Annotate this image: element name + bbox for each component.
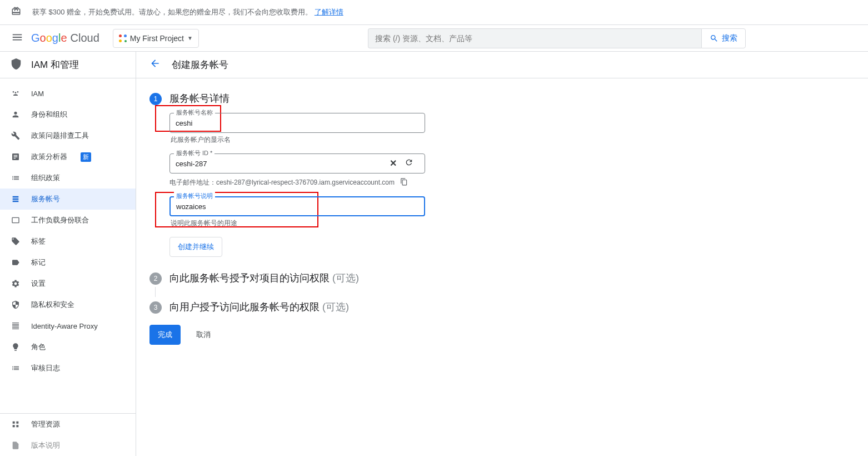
step-connector [155, 287, 156, 297]
desc-helper: 说明此服务帐号的用途 [171, 219, 461, 228]
desc-field-wrapper: 服务帐号说明 [169, 196, 461, 216]
service-account-icon [10, 195, 21, 204]
google-cloud-logo[interactable]: Google Cloud [31, 32, 99, 44]
step-3-number: 3 [149, 301, 162, 314]
sidebar-item-audit-logs[interactable]: 审核日志 [0, 358, 136, 379]
hamburger-icon[interactable] [11, 31, 23, 45]
step-3-header[interactable]: 3 向用户授予访问此服务帐号的权限 (可选) [149, 300, 461, 314]
search-icon [710, 34, 719, 43]
step-1-number: 1 [149, 93, 162, 105]
wrench-icon [10, 131, 21, 140]
audit-icon [10, 364, 21, 373]
id-field-label: 服务帐号 ID * [174, 149, 214, 157]
refresh-icon[interactable] [405, 158, 413, 169]
badge-new: 新 [81, 152, 91, 162]
tag-icon [10, 258, 21, 267]
sidebar-item-service-accounts[interactable]: 服务帐号 [0, 189, 136, 210]
promo-bar: 获享 $300 赠金，开始免费试用。请放心，如果您的赠金用尽，我们不会向您收取费… [0, 0, 868, 25]
name-field-label: 服务帐号名称 [174, 108, 215, 117]
sidebar-header: IAM 和管理 [0, 52, 136, 78]
workload-icon [10, 216, 21, 225]
sidebar-item-roles[interactable]: 角色 [0, 336, 136, 358]
page-header: 创建服务帐号 [136, 52, 868, 78]
search-input[interactable] [375, 34, 695, 43]
roles-icon [10, 343, 21, 351]
release-notes-icon [10, 441, 21, 450]
sidebar-title: IAM 和管理 [31, 58, 79, 71]
sidebar-item-iam[interactable]: IAM [0, 83, 136, 104]
policy-analyzer-icon [10, 152, 21, 161]
chevron-down-icon: ▼ [187, 35, 193, 41]
name-helper: 此服务帐户的显示名 [171, 135, 461, 145]
sidebar-item-org-policy[interactable]: 组织政策 [0, 167, 136, 189]
project-picker[interactable]: My First Project ▼ [113, 29, 199, 48]
search-button[interactable]: 搜索 [701, 28, 746, 48]
search-box[interactable] [368, 28, 701, 48]
sidebar-item-privacy[interactable]: 隐私权和安全 [0, 294, 136, 315]
sidebar-item-settings[interactable]: 设置 [0, 273, 136, 294]
id-field-wrapper: 服务帐号 ID * ✕ [169, 153, 461, 174]
step-2-number: 2 [149, 272, 162, 285]
privacy-icon [10, 300, 21, 309]
sidebar-item-workload-identity[interactable]: 工作负载身份联合 [0, 210, 136, 231]
header: Google Cloud My First Project ▼ 搜索 [0, 25, 868, 52]
sidebar-item-iap[interactable]: Identity-Aware Proxy [0, 315, 136, 336]
sidebar-item-policy-analyzer[interactable]: 政策分析器新 [0, 146, 136, 167]
step-1-title: 服务帐号详情 [169, 92, 230, 105]
list-icon [10, 174, 21, 182]
promo-link[interactable]: 了解详情 [315, 8, 343, 16]
service-account-desc-input[interactable] [176, 202, 418, 211]
main-content: 创建服务帐号 1 服务帐号详情 服务帐号名称 [136, 52, 868, 456]
sidebar: IAM 和管理 IAM 身份和组织 政策问题排查工具 政策分析器新 组织政策 服… [0, 52, 136, 456]
sidebar-item-labels[interactable]: 标签 [0, 231, 136, 252]
copy-icon[interactable] [400, 178, 408, 187]
step-3-title: 向用户授予访问此服务帐号的权限 (可选) [169, 300, 349, 314]
gift-icon [11, 6, 21, 19]
person-icon [10, 110, 21, 119]
email-row: 电子邮件地址：ceshi-287@lyrical-respect-376709.… [169, 178, 461, 187]
done-button[interactable]: 完成 [149, 325, 181, 345]
service-account-id-input[interactable] [176, 160, 419, 168]
sidebar-item-manage-resources[interactable]: 管理资源 [0, 414, 136, 435]
cancel-button[interactable]: 取消 [188, 325, 218, 344]
step-2-header[interactable]: 2 向此服务帐号授予对项目的访问权限 (可选) [149, 271, 461, 285]
desc-field-label: 服务帐号说明 [174, 192, 215, 200]
create-continue-button[interactable]: 创建并继续 [169, 237, 222, 257]
project-dots-icon [119, 34, 127, 42]
shield-icon [10, 58, 22, 72]
sidebar-item-policy-troubleshoot[interactable]: 政策问题排查工具 [0, 125, 136, 146]
iap-icon [10, 321, 21, 330]
page-title: 创建服务帐号 [172, 58, 228, 71]
step-2-title: 向此服务帐号授予对项目的访问权限 (可选) [169, 271, 359, 285]
service-account-name-input[interactable] [176, 119, 419, 127]
back-arrow-icon[interactable] [149, 58, 161, 72]
promo-text: 获享 $300 赠金，开始免费试用。请放心，如果您的赠金用尽，我们不会向您收取费… [32, 7, 343, 17]
clear-icon[interactable]: ✕ [390, 158, 397, 169]
label-icon [10, 237, 21, 246]
people-icon [10, 89, 21, 98]
sidebar-item-identity[interactable]: 身份和组织 [0, 104, 136, 125]
resources-icon [10, 420, 21, 429]
name-field-wrapper: 服务帐号名称 [169, 113, 461, 133]
project-name: My First Project [130, 34, 184, 43]
gear-icon [10, 279, 21, 288]
sidebar-item-release-notes[interactable]: 版本说明 [0, 435, 136, 456]
step-1-header: 1 服务帐号详情 [149, 92, 461, 105]
sidebar-item-tags[interactable]: 标记 [0, 252, 136, 273]
